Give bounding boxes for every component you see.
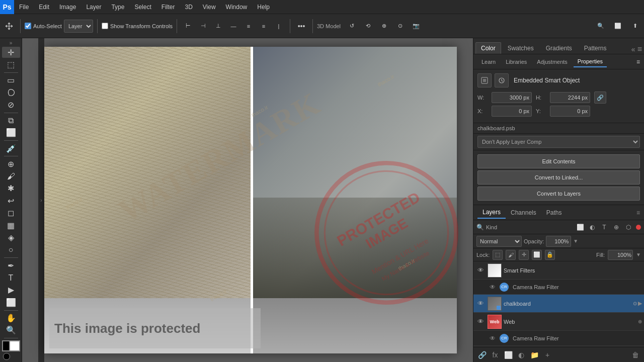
- healing-tool[interactable]: ⊕: [2, 158, 20, 169]
- tab-color[interactable]: Color: [475, 42, 501, 54]
- x-input[interactable]: [492, 106, 532, 117]
- canvas-area[interactable]: › WATERMARK thaco.ir thaco.ir thaco.ir t…: [22, 38, 473, 362]
- marquee-tool[interactable]: ▭: [2, 74, 20, 85]
- crop-tool[interactable]: ⧉: [2, 115, 20, 126]
- menu-window[interactable]: Window: [221, 0, 253, 14]
- 3d-pan-button[interactable]: ⟲: [361, 17, 375, 35]
- link-wh-button[interactable]: 🔗: [594, 92, 606, 104]
- move-tool-button[interactable]: [2, 17, 16, 35]
- link-layers-btn[interactable]: 🔗: [476, 349, 488, 360]
- blend-mode-select[interactable]: Normal: [476, 236, 522, 247]
- add-style-btn[interactable]: fx: [490, 349, 501, 360]
- menu-image[interactable]: Image: [54, 0, 81, 14]
- artboard-tool[interactable]: ⬚: [2, 59, 20, 70]
- panel-sec-menu[interactable]: ≡: [636, 58, 640, 65]
- height-input[interactable]: [550, 92, 590, 103]
- convert-linked-button[interactable]: Convert to Linked...: [477, 170, 640, 185]
- tab-swatches[interactable]: Swatches: [502, 42, 539, 54]
- layer-row-smart-filters[interactable]: 👁 Smart Filters: [473, 261, 644, 280]
- tab-properties[interactable]: Properties: [574, 56, 607, 67]
- tab-patterns[interactable]: Patterns: [579, 42, 612, 54]
- panel-collapse-arrow[interactable]: »: [10, 40, 13, 46]
- history-brush-tool[interactable]: ↩: [2, 195, 20, 206]
- brush-tool[interactable]: 🖌: [2, 170, 20, 182]
- layer-row-web[interactable]: 👁 Web Web ⊕: [473, 313, 644, 331]
- hand-tool[interactable]: ✋: [2, 312, 20, 323]
- 3d-zoom-button[interactable]: 📷: [409, 17, 423, 35]
- workspace-button[interactable]: ⬜: [611, 17, 625, 35]
- filter-type-btn[interactable]: T: [599, 222, 610, 233]
- quick-selection-tool[interactable]: ⊘: [2, 99, 20, 110]
- filter-adj-btn[interactable]: ◐: [587, 222, 598, 233]
- channels-tab[interactable]: Channels: [506, 207, 541, 218]
- align-center-h-button[interactable]: ⊣: [196, 17, 210, 35]
- paths-tab[interactable]: Paths: [541, 207, 567, 218]
- convert-layers-button[interactable]: Convert to Layers: [477, 187, 640, 201]
- edit-contents-button[interactable]: Edit Contents: [477, 154, 640, 168]
- sublayer-vis-1[interactable]: 👁: [488, 282, 498, 292]
- search-button[interactable]: 🔍: [594, 17, 608, 35]
- panel-expand-icon[interactable]: «: [631, 45, 635, 53]
- lasso-tool[interactable]: [2, 87, 20, 98]
- lock-artboard-btn[interactable]: ⬜: [532, 250, 542, 260]
- auto-select-checkbox[interactable]: Auto-Select: [25, 23, 62, 29]
- pen-tool[interactable]: ✒: [2, 260, 20, 271]
- menu-select[interactable]: Select: [129, 0, 156, 14]
- shape-tool[interactable]: ⬜: [2, 297, 20, 308]
- move-tool[interactable]: ✛: [2, 47, 20, 58]
- eyedropper-tool[interactable]: 💉: [2, 143, 20, 154]
- lock-position-btn[interactable]: ✛: [519, 250, 529, 260]
- tab-gradients[interactable]: Gradients: [540, 42, 578, 54]
- menu-type[interactable]: Type: [106, 0, 129, 14]
- transform-checkbox[interactable]: Show Transform Controls: [102, 23, 173, 29]
- layer-comp-select[interactable]: Don't Apply Layer Comp: [477, 136, 640, 148]
- add-layer-btn[interactable]: +: [542, 349, 553, 360]
- dodge-tool[interactable]: ○: [2, 244, 20, 255]
- menu-3d[interactable]: 3D: [180, 0, 197, 14]
- layer-row-chalkboard[interactable]: 👁 chalkboard ⊙ ▶: [473, 295, 644, 313]
- add-mask-btn[interactable]: ⬜: [503, 349, 514, 360]
- tab-adjustments[interactable]: Adjustments: [533, 57, 572, 67]
- align-left-button[interactable]: ⊢: [181, 17, 195, 35]
- lock-pixels-btn[interactable]: 🖌: [506, 250, 516, 260]
- tab-learn[interactable]: Learn: [477, 57, 500, 67]
- 3d-roll-button[interactable]: ⊙: [393, 17, 407, 35]
- blur-tool[interactable]: ◈: [2, 232, 20, 243]
- align-top-button[interactable]: —: [226, 17, 240, 35]
- filter-pixel-btn[interactable]: ⬜: [575, 222, 586, 233]
- text-tool[interactable]: T: [2, 272, 20, 283]
- share-button[interactable]: ⬆: [628, 17, 642, 35]
- sublayer-camera-raw-1[interactable]: 👁 CR Camera Raw Filter: [473, 280, 644, 295]
- lock-transparent-btn[interactable]: ⬚: [493, 250, 503, 260]
- menu-filter[interactable]: Filter: [156, 0, 180, 14]
- zoom-tool[interactable]: 🔍: [2, 325, 20, 336]
- menu-edit[interactable]: Edit: [34, 0, 54, 14]
- menu-file[interactable]: File: [14, 0, 34, 14]
- layer-visibility-web[interactable]: 👁: [475, 317, 486, 327]
- sublayer-camera-raw-2[interactable]: 👁 CR Camera Raw Filter: [473, 331, 644, 346]
- more-options-button[interactable]: •••: [294, 17, 308, 35]
- tab-libraries[interactable]: Libraries: [502, 57, 531, 67]
- filter-shape-btn[interactable]: ⊕: [611, 222, 622, 233]
- align-right-button[interactable]: ⊥: [211, 17, 225, 35]
- sublayer-vis-2[interactable]: 👁: [488, 333, 498, 343]
- clone-stamp-tool[interactable]: ✱: [2, 183, 20, 194]
- quick-mask-btn[interactable]: [3, 353, 10, 360]
- background-color[interactable]: [9, 340, 20, 351]
- align-center-v-button[interactable]: ≡: [242, 17, 256, 35]
- layer-visibility-chalkboard[interactable]: 👁: [475, 299, 486, 309]
- menu-layer[interactable]: Layer: [81, 0, 106, 14]
- y-input[interactable]: [550, 106, 590, 117]
- lock-all-btn[interactable]: 🔒: [545, 250, 555, 260]
- 3d-rotate-button[interactable]: ↺: [345, 17, 359, 35]
- align-bottom-button[interactable]: ≡: [257, 17, 271, 35]
- panel-left-collapse[interactable]: ›: [38, 38, 44, 362]
- layer-select[interactable]: Layer: [64, 20, 93, 33]
- add-adjustment-btn[interactable]: ◐: [516, 349, 527, 360]
- align-extra-button[interactable]: |: [272, 17, 286, 35]
- frame-tool[interactable]: ⬜: [2, 127, 20, 138]
- foreground-background-colors[interactable]: [2, 340, 20, 351]
- menu-help[interactable]: Help: [252, 0, 275, 14]
- panel-menu-icon[interactable]: ≡: [637, 45, 642, 54]
- add-group-btn[interactable]: 📁: [529, 349, 540, 360]
